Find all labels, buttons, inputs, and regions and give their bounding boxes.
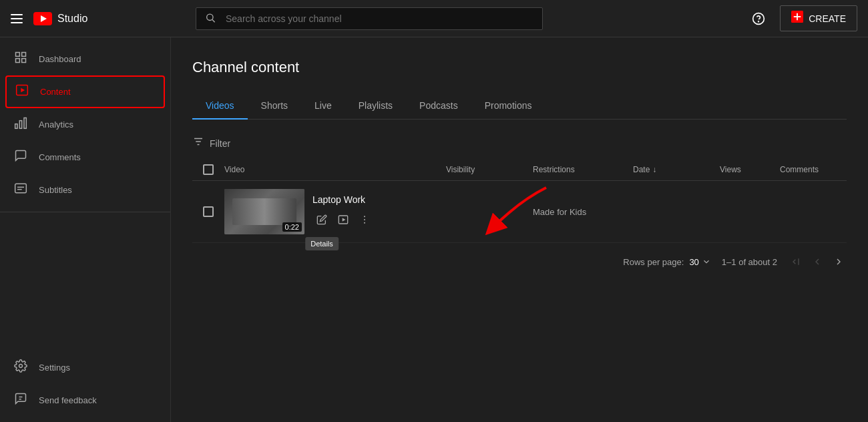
svg-rect-15 xyxy=(15,124,17,129)
video-title: Laptop Work xyxy=(312,194,446,205)
table-header: Video Visibility Restrictions Date ↓ Vie… xyxy=(192,159,847,181)
create-label: CREATE xyxy=(809,13,846,24)
svg-point-29 xyxy=(364,216,365,217)
tab-playlists[interactable]: Playlists xyxy=(345,92,406,119)
svg-rect-16 xyxy=(19,121,21,129)
search-bar xyxy=(196,7,543,30)
next-page-button[interactable] xyxy=(831,254,847,270)
sidebar-item-label-comments: Comments xyxy=(39,152,81,162)
create-button[interactable]: CREATE xyxy=(780,5,857,31)
header-check-all[interactable] xyxy=(192,164,224,175)
svg-point-30 xyxy=(364,219,365,220)
svg-marker-14 xyxy=(21,88,25,93)
svg-rect-10 xyxy=(22,53,26,57)
row-checkbox[interactable] xyxy=(203,206,214,217)
first-page-button[interactable] xyxy=(788,254,804,270)
svg-rect-11 xyxy=(16,59,20,63)
filter-bar: Filter xyxy=(192,130,847,159)
tabs-bar: Videos Shorts Live Playlists Podcasts Pr… xyxy=(192,92,847,120)
sidebar-item-label-feedback: Send feedback xyxy=(39,395,97,405)
main-content: Channel content Videos Shorts Live Playl… xyxy=(171,37,868,422)
svg-marker-28 xyxy=(343,218,346,221)
logo-area: Studio xyxy=(33,12,87,25)
sidebar-bottom: Settings Send feedback xyxy=(0,351,170,417)
edit-details-button[interactable] xyxy=(312,210,331,229)
video-actions: Details xyxy=(312,210,446,229)
details-tooltip: Details xyxy=(305,237,339,250)
search-input[interactable] xyxy=(196,7,543,30)
search-icon xyxy=(205,12,216,25)
date-sort-icon: ↓ xyxy=(652,165,656,174)
tab-shorts[interactable]: Shorts xyxy=(248,92,301,119)
sidebar-item-subtitles[interactable]: Subtitles xyxy=(0,174,170,206)
svg-rect-12 xyxy=(22,59,26,63)
studio-label: Studio xyxy=(57,13,87,25)
sidebar-item-content[interactable]: Content xyxy=(5,75,165,108)
header-video: Video xyxy=(224,165,446,174)
sidebar-item-feedback[interactable]: Send feedback xyxy=(0,384,170,417)
tab-live[interactable]: Live xyxy=(301,92,345,119)
tab-promotions[interactable]: Promotions xyxy=(471,92,546,119)
video-duration: 0:22 xyxy=(282,222,302,232)
select-all-checkbox[interactable] xyxy=(203,164,214,175)
video-info: Laptop Work Details xyxy=(312,194,446,229)
header-visibility: Visibility xyxy=(446,165,533,174)
svg-rect-17 xyxy=(24,118,26,129)
row-video-cell: 0:22 Laptop Work xyxy=(224,189,446,234)
table-row: 0:22 Laptop Work xyxy=(192,181,847,243)
sidebar-item-label-dashboard: Dashboard xyxy=(39,54,81,64)
view-video-button[interactable] xyxy=(334,210,353,229)
dashboard-icon xyxy=(13,51,28,67)
svg-line-3 xyxy=(212,19,215,22)
sidebar-item-label-settings: Settings xyxy=(39,363,70,373)
pagination: Rows per page: 30 1–1 of about 2 xyxy=(192,243,847,280)
prev-page-button[interactable] xyxy=(809,254,825,270)
svg-point-21 xyxy=(19,365,23,368)
tab-videos[interactable]: Videos xyxy=(192,92,248,119)
sidebar-item-dashboard[interactable]: Dashboard xyxy=(0,43,170,75)
sidebar-divider xyxy=(0,212,170,212)
page-title: Channel content xyxy=(192,59,847,76)
row-check[interactable] xyxy=(192,206,224,217)
youtube-logo-icon xyxy=(33,12,52,25)
sidebar-item-label-analytics: Analytics xyxy=(39,120,73,130)
top-nav-right: CREATE xyxy=(748,5,857,31)
header-date[interactable]: Date ↓ xyxy=(633,165,720,174)
filter-icon xyxy=(192,136,204,151)
help-button[interactable] xyxy=(748,8,769,29)
subtitles-icon xyxy=(13,182,28,198)
rows-select-dropdown[interactable]: 30 xyxy=(689,257,710,267)
content-icon xyxy=(15,83,29,100)
svg-point-31 xyxy=(364,222,365,224)
tab-podcasts[interactable]: Podcasts xyxy=(406,92,471,119)
svg-rect-9 xyxy=(16,53,20,57)
video-thumbnail-wrap: 0:22 xyxy=(224,189,304,234)
more-options-button[interactable] xyxy=(355,210,374,229)
menu-hamburger[interactable] xyxy=(11,14,23,23)
svg-point-5 xyxy=(758,21,759,21)
svg-rect-18 xyxy=(15,184,27,192)
table-container: Video Visibility Restrictions Date ↓ Vie… xyxy=(192,159,847,243)
feedback-icon xyxy=(13,392,28,409)
rows-per-page-value: 30 xyxy=(689,257,698,267)
create-plus-icon xyxy=(791,11,803,26)
header-restrictions: Restrictions xyxy=(533,165,633,174)
rows-per-page: Rows per page: 30 xyxy=(623,257,711,267)
header-views: Views xyxy=(720,165,780,174)
page-info: 1–1 of about 2 xyxy=(722,257,777,267)
sidebar-item-settings[interactable]: Settings xyxy=(0,351,170,384)
sidebar-item-analytics[interactable]: Analytics xyxy=(0,108,170,141)
sidebar-item-label-content: Content xyxy=(40,87,71,97)
comments-icon xyxy=(13,149,28,166)
settings-icon xyxy=(13,359,28,376)
header-comments: Comments xyxy=(780,165,847,174)
svg-point-2 xyxy=(207,14,213,20)
sidebar: Dashboard Content Analytics xyxy=(0,37,171,422)
row-restrictions: Made for Kids xyxy=(533,207,633,217)
rows-per-page-label: Rows per page: xyxy=(623,257,684,267)
edit-btn-wrap: Details xyxy=(312,210,331,229)
top-nav: Studio CREATE xyxy=(0,0,868,37)
sidebar-item-comments[interactable]: Comments xyxy=(0,141,170,174)
filter-label[interactable]: Filter xyxy=(210,138,230,149)
sidebar-item-label-subtitles: Subtitles xyxy=(39,185,72,195)
